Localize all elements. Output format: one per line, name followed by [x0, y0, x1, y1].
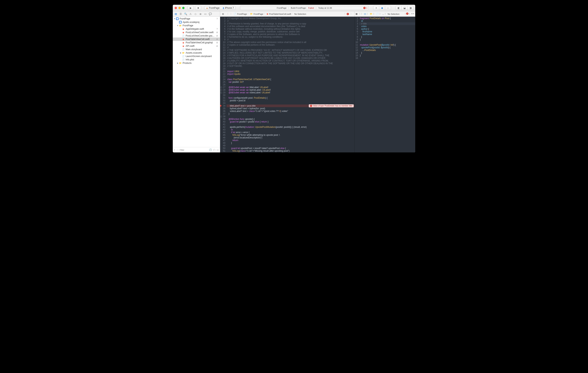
zoom-window-button[interactable]	[182, 7, 185, 9]
close-assistant-icon[interactable]: ×	[413, 12, 414, 15]
version-editor-button[interactable]: ↔	[385, 6, 391, 10]
window-controls	[175, 7, 185, 9]
main-body: ▼ FrontPage ? Apollo.xcodeproj▼📁FrontPag…	[173, 17, 415, 152]
tree-item[interactable]: ◉API.swiftA	[173, 44, 220, 48]
standard-editor-button[interactable]: ≡	[373, 6, 379, 10]
assistant-editor-button[interactable]: ◉	[379, 6, 385, 10]
next-issue-icon[interactable]: 〉	[409, 12, 411, 15]
error-count: 1	[366, 7, 367, 9]
file-label: Products	[183, 62, 216, 64]
tree-item[interactable]: ◉AppDelegate.swift?	[173, 27, 220, 31]
assistant-editor[interactable]: 12345678910111213141516 fragment PostDet…	[354, 17, 415, 152]
jump-bar-segment[interactable]: No Selection	[294, 13, 306, 15]
forward-button[interactable]: 〉	[361, 12, 363, 15]
file-label: Info.plist	[186, 58, 216, 61]
add-assistant-icon[interactable]: +	[411, 12, 412, 15]
jump-bar-segment[interactable]: No Selection	[388, 13, 399, 15]
jump-bar-segment[interactable]: 📁	[370, 13, 372, 15]
project-navigator-icon[interactable]: ▤	[174, 12, 178, 16]
next-issue-icon[interactable]: 〉	[350, 12, 353, 15]
code-area[interactable]: fragment PostDetails on Post { id # titl…	[359, 17, 415, 152]
toggle-debug-area-button[interactable]: ⬓	[401, 6, 408, 10]
error-message: Value of type 'PostDetails' has no membe…	[313, 104, 353, 107]
scm-status: A	[216, 45, 218, 47]
file-icon	[179, 21, 182, 24]
tree-item[interactable]: ▼📁FrontPage	[173, 24, 220, 27]
project-icon	[176, 17, 179, 20]
tree-item[interactable]: Apollo.xcodeproj	[173, 21, 220, 24]
line-gutter[interactable]: 12345678910111213141516	[355, 17, 359, 152]
add-file-icon[interactable]: +	[174, 148, 175, 151]
tree-root[interactable]: ▼ FrontPage ?	[173, 17, 220, 21]
filter-input[interactable]	[180, 149, 208, 151]
test-navigator-icon[interactable]: ◇	[193, 12, 198, 16]
find-navigator-icon[interactable]: 🔍	[183, 12, 188, 16]
collapse-filter-icon[interactable]: ▭	[217, 148, 219, 151]
file-label: LaunchScreen.storyboard	[186, 55, 216, 58]
code-area[interactable]: // Copyright (c) 2016 Meteor Development…	[227, 17, 354, 152]
activity-action: Build FrontPage:	[291, 7, 306, 9]
close-window-button[interactable]	[175, 7, 177, 9]
tree-item[interactable]: 📄PostListViewController.graphqlA	[173, 34, 220, 38]
jump-bar-segment[interactable]: 📄FrontPage	[234, 13, 247, 15]
jump-bar-segment[interactable]: 📁FrontPage	[250, 13, 263, 15]
file-icon: 📁	[182, 51, 185, 54]
issue-navigator-icon[interactable]: ⚠	[188, 12, 193, 16]
recent-filter-icon[interactable]: 🕘	[209, 148, 212, 151]
tree-item[interactable]: ▶📁Assets.xcassets	[173, 51, 220, 54]
breakpoint-navigator-icon[interactable]: ▭	[203, 12, 208, 16]
line-gutter[interactable]: 1234567891011121314151617181920212223242…	[220, 17, 227, 152]
tree-item[interactable]: 📄LaunchScreen.storyboard	[173, 54, 220, 58]
forward-button[interactable]: 〉	[230, 12, 233, 15]
related-items-icon[interactable]: ▦	[221, 13, 225, 15]
tree-item[interactable]: 📄Main.storyboard	[173, 48, 220, 51]
issue-count-badge[interactable]: ! 1	[363, 7, 367, 9]
project-navigator: ▼ FrontPage ? Apollo.xcodeproj▼📁FrontPag…	[173, 17, 220, 152]
source-control-navigator-icon[interactable]: ☰	[178, 12, 183, 16]
inline-error-bubble[interactable]: !Value of type 'PostDetails' has no memb…	[309, 104, 354, 107]
jump-bar-segment[interactable]: ▯▯	[364, 13, 366, 15]
back-button[interactable]: 〈	[358, 12, 360, 15]
filter-scope-icon[interactable]: ◌	[177, 148, 179, 151]
prev-issue-icon[interactable]: 〈	[343, 12, 346, 15]
activity-viewer[interactable]: FrontPage | Build FrontPage: Failed | To…	[240, 6, 369, 10]
toggle-utilities-button[interactable]: ◨	[407, 6, 413, 10]
stop-button[interactable]: ■	[195, 6, 201, 10]
scm-filter-icon[interactable]: ▢	[213, 148, 215, 151]
scheme-device: iPhone 7	[225, 7, 234, 9]
jump-bar-segment[interactable]: ...	[382, 13, 384, 15]
assistant-jump-bar: ▦ 〈 〉 ▯▯ 〉 📁 〉 📄 〉 ... 〉 No Selection 〈 …	[354, 11, 415, 16]
file-label: PostTableViewCell.graphql	[186, 41, 216, 44]
scheme-selector[interactable]: ▲ FrontPage 〉 ▮ iPhone 7	[204, 6, 235, 10]
titlebar: ▶ ■ ▲ FrontPage 〉 ▮ iPhone 7 FrontPage |…	[173, 5, 415, 11]
activity-time: Today at 11:38	[318, 7, 332, 9]
tree-item[interactable]: ▶📁Products	[173, 61, 220, 65]
tree-item[interactable]: 📄Info.plist	[173, 58, 220, 61]
file-tree[interactable]: ▼ FrontPage ? Apollo.xcodeproj▼📁FrontPag…	[173, 17, 220, 147]
report-navigator-icon[interactable]: 💬	[208, 12, 212, 16]
navigator-selector-bar: ▤ ☰ 🔍 ⚠ ◇ ≣ ▭ 💬	[173, 11, 220, 16]
tree-item[interactable]: ◉PostListViewController.swiftA	[173, 31, 220, 34]
file-icon: ◉	[182, 31, 185, 34]
file-icon: ◉	[182, 44, 185, 48]
error-icon: !	[347, 13, 349, 15]
scm-status: A	[216, 31, 218, 33]
debug-navigator-icon[interactable]: ≣	[198, 12, 203, 16]
tree-item[interactable]: ◉PostTableViewCell.graphqlA	[173, 41, 220, 44]
primary-editor[interactable]: 1234567891011121314151617181920212223242…	[220, 17, 354, 152]
file-label: API.swift	[186, 45, 216, 47]
run-button[interactable]: ▶	[188, 6, 194, 10]
toggle-navigator-button[interactable]: ◧	[396, 6, 402, 10]
jump-bar-segment[interactable]: 📄	[376, 13, 379, 15]
jump-bar-segment[interactable]: ◉PostTableViewCell.swift	[267, 13, 291, 15]
activity-project: FrontPage	[277, 7, 286, 9]
back-button[interactable]: 〈	[225, 12, 229, 15]
tree-item[interactable]: ◉PostTableViewCell.swiftA	[173, 38, 220, 41]
minimize-window-button[interactable]	[178, 7, 181, 9]
panel-toggle-group: ◧ ⬓ ◨	[396, 6, 413, 10]
error-icon: !	[363, 7, 366, 9]
file-label: Assets.xcassets	[186, 52, 216, 54]
prev-issue-icon[interactable]: 〈	[404, 12, 406, 15]
related-items-icon[interactable]: ▦	[356, 13, 357, 15]
navigator-filter-bar: + ◌ 🕘 ▢ ▭	[173, 147, 220, 152]
